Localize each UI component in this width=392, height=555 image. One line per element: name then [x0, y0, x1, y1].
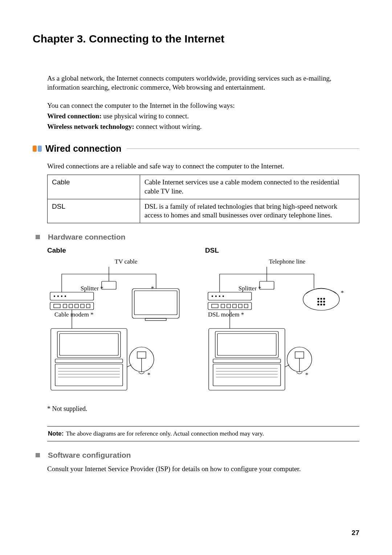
cable-diagram-svg	[47, 256, 192, 401]
svg-rect-53	[233, 304, 236, 308]
svg-rect-71	[213, 364, 281, 386]
svg-rect-50	[212, 304, 218, 308]
dsl-diagram-svg	[205, 256, 350, 401]
intro-wired: Wired connection: use physical wiring to…	[47, 112, 359, 121]
svg-point-8	[54, 295, 55, 297]
svg-rect-69	[217, 334, 276, 355]
svg-rect-34	[137, 352, 146, 358]
svg-point-61	[320, 301, 322, 302]
svg-rect-19	[132, 289, 179, 318]
note-box: Note:The above diagrams are for referenc…	[47, 426, 359, 441]
svg-point-9	[58, 295, 59, 297]
svg-rect-28	[55, 364, 123, 386]
table-row: DSL DSL is a family of related technolog…	[48, 199, 359, 223]
svg-rect-16	[75, 304, 78, 308]
note-label: Note:	[48, 430, 64, 437]
desc-cable: Cable Internet services use a cable mode…	[140, 175, 359, 199]
wireless-label: Wireless network technology:	[47, 123, 134, 130]
svg-point-45	[212, 295, 213, 297]
hardware-subhead-text: Hardware connection	[48, 233, 126, 241]
asterisk-label: *	[305, 371, 309, 379]
table-row: Cable Cable Internet services use a cabl…	[48, 175, 359, 199]
software-p: Consult your Internet Service Provider (…	[47, 465, 359, 474]
svg-rect-18	[86, 304, 90, 308]
svg-line-79	[285, 365, 289, 367]
svg-rect-15	[69, 304, 73, 308]
svg-point-46	[216, 295, 217, 297]
svg-point-10	[61, 295, 62, 297]
svg-rect-70	[213, 359, 281, 363]
svg-point-48	[223, 295, 224, 297]
splitter-label: Splitter *	[81, 285, 103, 292]
chapter-title: Chapter 3. Connecting to the Internet	[33, 33, 359, 45]
page-number: 27	[352, 529, 359, 537]
svg-rect-14	[63, 304, 67, 308]
svg-point-58	[320, 298, 322, 299]
note-text: The above diagrams are for reference onl…	[66, 430, 264, 437]
section-wired-title: Wired connection	[45, 143, 122, 154]
intro-p2: You can connect the computer to the Inte…	[47, 101, 359, 110]
tv-cable-label: TV cable	[115, 258, 137, 265]
telephone-line-label: Telephone line	[269, 258, 305, 265]
intro-wireless: Wireless network technology: connect wit…	[47, 122, 359, 131]
svg-rect-44	[208, 292, 252, 300]
svg-point-62	[323, 301, 325, 302]
svg-rect-7	[50, 292, 94, 300]
svg-rect-52	[227, 304, 230, 308]
section-marker-icon	[33, 146, 42, 152]
intro-p1: As a global network, the Internet connec…	[47, 74, 359, 92]
svg-point-63	[318, 304, 319, 305]
section-wired-header: Wired connection	[33, 143, 359, 154]
asterisk-label: *	[151, 285, 154, 292]
svg-line-36	[127, 365, 131, 367]
svg-rect-13	[54, 304, 60, 308]
svg-rect-55	[244, 304, 248, 308]
wired-text: use physical wiring to connect.	[102, 112, 189, 120]
term-dsl: DSL	[48, 199, 140, 223]
svg-point-60	[318, 301, 319, 302]
dsl-modem-label: DSL modem *	[208, 311, 244, 318]
svg-rect-12	[50, 302, 94, 310]
software-subhead: Software configuration	[33, 451, 359, 460]
svg-point-11	[65, 295, 66, 297]
svg-point-57	[318, 298, 319, 299]
svg-rect-4	[102, 281, 116, 289]
svg-rect-17	[81, 304, 84, 308]
svg-rect-26	[60, 334, 118, 355]
software-subhead-text: Software configuration	[48, 451, 131, 460]
asterisk-label: *	[147, 371, 151, 379]
section-rule	[127, 148, 359, 149]
svg-rect-21	[145, 318, 166, 321]
svg-rect-27	[55, 359, 123, 363]
cable-diagram: TV cable Splitter * * Cable modem * *	[47, 256, 201, 401]
wired-p1: Wired connections are a reliable and saf…	[47, 162, 359, 171]
wireless-text: connect without wiring.	[134, 123, 202, 130]
svg-rect-54	[238, 304, 242, 308]
svg-rect-77	[295, 352, 304, 358]
svg-point-64	[320, 304, 322, 305]
desc-dsl: DSL is a family of related technologies …	[140, 199, 359, 223]
term-cable: Cable	[48, 175, 140, 199]
svg-rect-51	[221, 304, 225, 308]
asterisk-label: *	[341, 289, 344, 297]
wired-label: Wired connection:	[47, 112, 102, 120]
cable-modem-label: Cable modem *	[54, 311, 94, 318]
hardware-subhead: Hardware connection	[33, 233, 359, 241]
cable-diagram-title: Cable	[47, 246, 201, 254]
svg-point-65	[323, 304, 325, 305]
svg-point-47	[219, 295, 220, 297]
connection-table: Cable Cable Internet services use a cabl…	[47, 175, 359, 223]
splitter-label: Splitter *	[238, 285, 261, 292]
not-supplied-footnote: * Not supplied.	[47, 405, 359, 413]
square-bullet-icon	[36, 453, 40, 457]
svg-rect-49	[208, 302, 252, 310]
dsl-diagram-title: DSL	[205, 246, 359, 254]
svg-rect-41	[260, 281, 274, 289]
dsl-diagram: Telephone line Splitter * * DSL modem * …	[205, 256, 359, 401]
square-bullet-icon	[36, 235, 40, 239]
svg-point-59	[323, 298, 325, 299]
svg-rect-20	[134, 291, 177, 315]
